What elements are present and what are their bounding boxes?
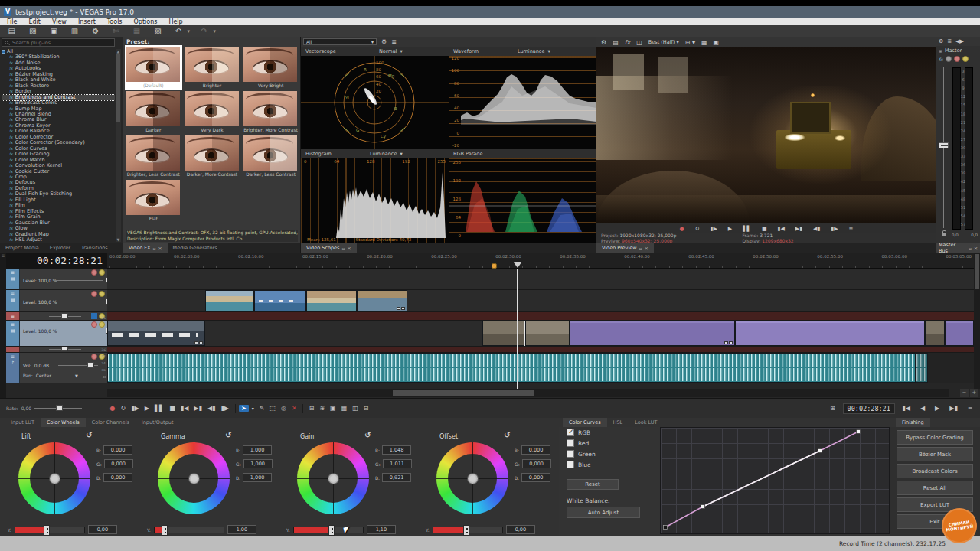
auto-adjust-button[interactable]: Auto Adjust [567,507,640,518]
snap-toggle-icon[interactable]: ⊞ [306,405,317,412]
finishing-button[interactable]: Bézier Mask [897,447,973,461]
gamma-r-value[interactable]: 1,000 [243,445,272,455]
jump-start-icon[interactable]: ▮◀ [900,405,913,412]
gain-y-value[interactable]: 1,10 [367,525,396,534]
offset-y-slider[interactable] [433,527,503,533]
lift-b-value[interactable]: 0,000 [103,473,132,482]
preset-item[interactable]: Darker [126,90,181,134]
lift-y-value[interactable]: 0,00 [88,525,117,534]
curves-tab[interactable]: Look LUT [629,418,663,427]
track-row-5-bus[interactable] [107,347,974,353]
menu-item[interactable]: View [52,18,67,25]
preset-item[interactable]: (Default) [126,46,181,90]
tab-video-scopes[interactable]: Video Scopes ▫ ✕ [301,243,357,253]
normal-edit-tool-icon[interactable]: ➤ [239,405,250,412]
reset-icon[interactable]: ↺ [364,431,371,439]
curves-tab[interactable]: Color Curves [563,418,607,427]
plugin-tree-item[interactable]: fxHSL Adjust [2,237,115,242]
track-header-3-bus[interactable]: ≡ 36 [6,312,107,321]
video-event[interactable] [925,321,945,346]
preset-item[interactable]: Darker, Less Contrast [243,135,299,178]
event-fx-badges[interactable] [194,341,203,344]
track-header-4-selected[interactable]: ≡▤ Level: 100,0 % [6,321,107,347]
undock-icon[interactable]: ▫ [341,246,345,251]
envelope-icon[interactable] [91,313,97,319]
video-event[interactable] [482,321,525,346]
next-frame-icon[interactable]: ▮▶ [828,226,841,232]
channel-checkbox[interactable]: Blue [559,459,660,470]
video-event-ships[interactable] [107,321,205,346]
event-fx-badges[interactable] [397,307,405,310]
bus-slider-handle[interactable] [61,313,68,319]
tab-finishing[interactable]: Finishing [896,418,930,427]
preset-item[interactable]: Flat [126,179,181,223]
offset-g-value[interactable]: 0,000 [522,459,551,468]
grading-tab[interactable]: Color Wheels [41,418,86,427]
rate-slider-track[interactable] [34,408,82,409]
playhead[interactable] [517,269,518,389]
redo-icon[interactable]: ↷ [198,27,210,35]
video-event[interactable] [357,290,407,311]
track-header-6-audio[interactable]: ≡♪ Vol: 0,0 dB Pan: Center ▼ 12:24:36:48 [6,353,107,383]
vectorscope-mode-dropdown[interactable]: Normal▾ [379,48,403,54]
selection-tool-icon[interactable]: ⬚ [267,405,279,412]
track-row-2[interactable] [107,290,974,312]
overlays-icon[interactable]: ⊞ ▾ [685,39,695,46]
new-project-icon[interactable]: ▤ [5,27,18,35]
reset-icon[interactable]: ↺ [225,431,231,439]
step-back-icon[interactable]: ◀ [917,405,927,412]
timeline-marker[interactable] [492,263,497,269]
ignore-grouping-icon[interactable]: ▦ [338,405,350,412]
master-settings-icon[interactable]: ⚙ [939,38,943,44]
y-slider-handle[interactable] [162,525,168,536]
preview-quality-dropdown[interactable]: Best (Half) ▾ [648,39,679,45]
trim-tool-icon[interactable]: ⊟ [361,405,371,412]
offset-r-value[interactable]: 0,000 [521,445,550,455]
scrollbar-handle[interactable] [116,54,120,122]
panel-tab[interactable]: Explorer [44,243,76,253]
redo-dropdown-icon[interactable]: ▾ [213,28,216,34]
event-fx-badges[interactable] [724,341,733,344]
pause-icon[interactable]: ▌▌ [152,405,166,412]
gain-color-wheel[interactable] [297,442,369,514]
timeline-hscrollbar[interactable] [107,389,949,397]
paste-icon[interactable]: ▧ [152,27,164,35]
preset-item[interactable]: Brighter, More Contrast [243,90,299,134]
audio-event-tail[interactable] [916,353,928,383]
track-row-3-bus[interactable] [107,312,974,321]
panel-tab[interactable]: Project Media [0,243,44,253]
auto-ripple-icon[interactable]: ≋ [317,405,328,412]
event-tool-icon[interactable]: ◫ [350,405,361,412]
channel-checkbox[interactable]: RGB [559,427,660,438]
level-slider-track[interactable] [55,331,103,331]
pause-icon[interactable]: ▌▌ [740,226,754,232]
timeline-vscrollbar[interactable] [974,253,980,389]
lift-y-slider[interactable] [15,527,85,533]
audio-event[interactable] [107,353,916,383]
loop-playback-icon[interactable]: ↻ [692,226,702,232]
finishing-button[interactable]: Broadcast Colors [897,464,973,478]
scope-refresh-icon[interactable]: ≣ [391,38,397,45]
cut-icon[interactable]: ✄ [110,27,122,35]
cursor-timecode[interactable]: 00:02:28:21 [843,403,895,414]
channel-checkbox[interactable]: Green [559,448,660,459]
envelope-tool-icon[interactable]: ✎ [256,405,267,412]
video-event-purple[interactable] [735,321,925,346]
next-frame-icon[interactable]: ▮▶ [218,405,232,412]
plugin-search[interactable] [2,38,115,47]
wheel-knob[interactable] [49,473,60,484]
track-header-5-bus[interactable]: 36 [6,347,107,353]
master-fader-handle[interactable] [939,142,949,148]
search-input[interactable] [11,39,112,47]
mute-icon[interactable] [954,56,960,62]
bus-slider-handle[interactable] [61,347,68,351]
tab-video-fx[interactable]: Video FX ▫ ✕ [123,243,168,253]
checkbox-icon[interactable] [567,461,574,468]
go-to-end-icon[interactable]: ▶▮ [792,226,805,232]
scope-preset-dropdown[interactable]: All▾ [303,38,377,45]
record-icon[interactable]: ● [677,226,687,232]
stop-icon[interactable]: ■ [759,226,769,232]
video-event[interactable] [205,290,254,311]
track-header-1[interactable]: ≡▤ Level: 100,0 % [6,269,107,290]
finishing-button[interactable]: Bypass Color Grading [897,430,973,445]
